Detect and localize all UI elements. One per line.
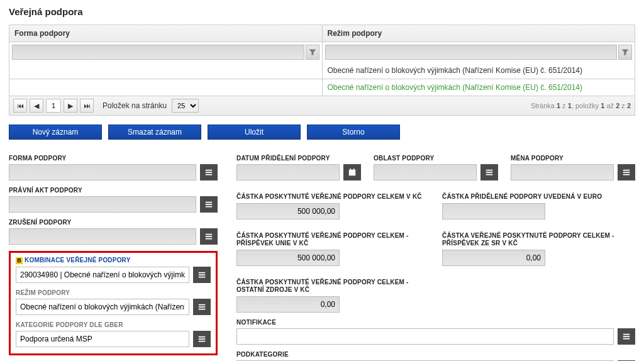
cell-rezim: Obecné nařízení o blokových výjimkách (N…: [322, 79, 635, 96]
label-oblast: OBLAST PODPORY: [374, 155, 498, 162]
input-castka-celkem-kc[interactable]: [236, 203, 340, 219]
col-header-forma[interactable]: Forma podpory: [9, 25, 322, 42]
pager-first[interactable]: ⏮: [13, 99, 27, 113]
label-podkategorie: PODKATEGORIE: [236, 351, 635, 358]
list-icon: [204, 168, 213, 177]
list-icon: [204, 200, 213, 209]
table-row[interactable]: Obecné nařízení o blokových výjimkách (N…: [9, 62, 635, 79]
label-rezim: REŽIM PODPORY: [16, 289, 211, 296]
filter-icon: [309, 48, 316, 56]
input-castka-sr[interactable]: [442, 250, 545, 266]
lookup-zruseni[interactable]: [200, 228, 218, 245]
label-forma-podpory: FORMA PODPORY: [9, 155, 218, 162]
label-castka-celkem-kc: ČÁSTKA POSKYTNUTÉ VEŘEJNÉ PODPORY CELKEM…: [236, 193, 430, 201]
col-header-rezim[interactable]: Režim podpory: [322, 25, 635, 42]
lookup-mena[interactable]: [618, 164, 635, 181]
pager-page-size[interactable]: 25: [172, 99, 199, 113]
label-castka-unie: ČÁSTKA POSKYTNUTÉ VEŘEJNÉ PODPORY CELKEM…: [236, 232, 430, 247]
label-datum: DATUM PŘIDĚLENÍ PODPORY: [236, 155, 361, 162]
list-icon: [485, 168, 494, 177]
list-icon: [622, 168, 631, 177]
lookup-pravni-akt[interactable]: [200, 196, 218, 213]
input-kategorie[interactable]: [16, 331, 189, 347]
input-rezim[interactable]: [16, 299, 189, 315]
cell-forma: [9, 62, 322, 79]
page-title: Veřejná podpora: [9, 6, 635, 17]
grid-filter-row: [9, 42, 635, 62]
list-icon: [197, 335, 206, 343]
lookup-rezim[interactable]: [193, 299, 211, 315]
label-mena: MĚNA PODPORY: [511, 155, 635, 162]
filter-button-rezim[interactable]: [618, 45, 632, 60]
label-zruseni: ZRUŠENÍ PODPORY: [9, 219, 218, 226]
pager-info: Stránka 1 z 1, položky 1 až 2 z 2: [531, 102, 631, 109]
save-button[interactable]: Uložit: [208, 125, 301, 140]
input-castka-euro[interactable]: [442, 203, 545, 219]
input-castka-unie[interactable]: [236, 250, 340, 266]
input-forma-podpory[interactable]: [9, 164, 196, 181]
pager-items-label: Položek na stránku: [103, 101, 167, 110]
input-castka-ostatni[interactable]: [236, 296, 340, 313]
label-kategorie: KATEGORIE PODPORY DLE GBER: [16, 321, 211, 328]
cancel-button[interactable]: Storno: [307, 125, 400, 140]
highlighted-section: BKOMBINACE VEŘEJNÉ PODPORY REŽIM PODPORY…: [9, 251, 218, 355]
calendar-icon: [348, 168, 357, 177]
pager-page-input[interactable]: [46, 99, 61, 113]
lookup-kombinace[interactable]: [193, 267, 211, 283]
input-datum[interactable]: [236, 164, 340, 181]
filter-button-forma[interactable]: [306, 45, 319, 60]
lookup-kategorie[interactable]: [193, 331, 211, 347]
new-record-button[interactable]: Nový záznam: [9, 125, 102, 140]
table-row[interactable]: Obecné nařízení o blokových výjimkách (N…: [9, 79, 635, 96]
delete-record-button[interactable]: Smazat záznam: [108, 125, 201, 140]
lookup-oblast[interactable]: [480, 164, 498, 181]
list-icon: [622, 332, 631, 341]
label-castka-ostatni: ČÁSTKA POSKYTNUTÉ VEŘEJNÉ PODPORY CELKEM…: [236, 279, 428, 294]
pager: ⏮ ◀ ▶ ⏭ Položek na stránku 25 Stránka 1 …: [9, 96, 635, 116]
input-notifikace[interactable]: [236, 328, 614, 345]
input-oblast[interactable]: [374, 164, 477, 181]
cell-forma: [9, 79, 322, 96]
label-notifikace: NOTIFIKACE: [236, 319, 635, 326]
pager-next[interactable]: ▶: [64, 99, 77, 113]
list-icon: [197, 270, 206, 279]
label-pravni-akt: PRÁVNÍ AKT PODPORY: [9, 187, 218, 194]
filter-input-forma[interactable]: [12, 45, 304, 60]
lookup-notifikace[interactable]: [618, 328, 635, 345]
grid-header: Forma podpory Režim podpory: [9, 25, 635, 42]
calendar-datum[interactable]: [343, 164, 361, 181]
label-castka-sr: ČÁSTKA VEŘEJNÉ POSKYTNUTÉ PODPORY CELKEM…: [442, 232, 635, 247]
list-icon: [197, 303, 206, 311]
input-kombinace[interactable]: [16, 267, 189, 283]
input-mena[interactable]: [511, 164, 614, 181]
filter-icon: [621, 48, 629, 56]
pager-last[interactable]: ⏭: [80, 99, 94, 113]
list-icon: [204, 232, 213, 241]
pager-prev[interactable]: ◀: [30, 99, 43, 113]
lookup-forma-podpory[interactable]: [200, 164, 218, 181]
input-zruseni[interactable]: [9, 228, 196, 245]
filter-input-rezim[interactable]: [325, 45, 618, 60]
input-pravni-akt[interactable]: [9, 196, 196, 213]
cell-rezim: Obecné nařízení o blokových výjimkách (N…: [322, 62, 635, 79]
label-kombinace: BKOMBINACE VEŘEJNÉ PODPORY: [16, 257, 211, 264]
label-castka-euro: ČÁSTKA PŘIDĚLENÉ PODPORY UVEDENÁ V EURO: [442, 193, 635, 201]
info-icon: B: [16, 257, 23, 264]
